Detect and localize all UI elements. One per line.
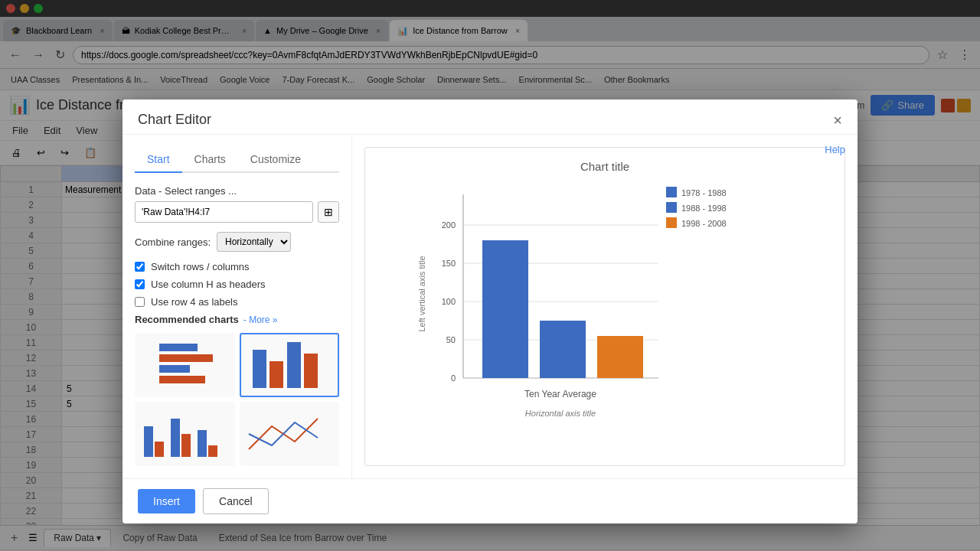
svg-rect-3	[159, 376, 205, 383]
bar-1988	[540, 321, 586, 378]
legend-color-1988	[666, 202, 677, 213]
legend-color-1998	[666, 217, 677, 228]
chart-thumb-vertical-bar[interactable]	[240, 333, 340, 397]
recommended-header: Recommended charts - More »	[135, 314, 339, 325]
y-tick-50: 50	[446, 335, 456, 344]
chart-thumb-line[interactable]	[240, 402, 340, 466]
cancel-button[interactable]: Cancel	[203, 488, 269, 514]
line-preview	[241, 403, 333, 465]
y-tick-150: 150	[442, 259, 456, 268]
bar-1978	[482, 240, 528, 378]
combine-select[interactable]: Horizontally Vertically	[217, 232, 291, 252]
editor-tab-start[interactable]: Start	[135, 147, 182, 173]
dialog-close-button[interactable]: ×	[833, 112, 842, 128]
y-tick-0: 0	[451, 373, 456, 383]
checkbox-header-row: Use column H as headers	[135, 279, 339, 290]
combine-label: Combine ranges:	[135, 236, 211, 248]
more-link[interactable]: - More »	[243, 315, 278, 325]
use-column-header-label[interactable]: Use column H as headers	[151, 279, 266, 290]
svg-rect-4	[253, 350, 266, 388]
use-row-labels-label[interactable]: Use row 4 as labels	[151, 296, 237, 308]
svg-rect-1	[159, 354, 213, 362]
svg-rect-0	[159, 344, 198, 351]
grouped-bar-preview	[136, 403, 228, 465]
switch-rows-label[interactable]: Switch rows / columns	[151, 261, 250, 272]
legend-label-1998: 1998 - 2008	[681, 219, 727, 228]
svg-rect-7	[304, 354, 318, 388]
checkbox-switch-row: Switch rows / columns	[135, 261, 339, 272]
editor-tab-charts[interactable]: Charts	[182, 147, 238, 173]
svg-rect-13	[208, 445, 217, 457]
chart-thumb-grouped-bar[interactable]	[135, 402, 235, 466]
svg-rect-6	[287, 342, 301, 388]
dialog-footer: Insert Cancel	[122, 478, 858, 523]
legend-label-1978: 1978 - 1988	[681, 188, 727, 197]
legend-color-1978	[666, 187, 677, 197]
recommended-label: Recommended charts	[135, 314, 239, 325]
dialog-header: Chart Editor ×	[122, 99, 858, 135]
switch-rows-checkbox[interactable]	[135, 262, 145, 272]
chart-preview-area: Chart title 1978 - 1988 1988 - 1998 1998…	[364, 147, 845, 466]
svg-rect-12	[198, 430, 207, 457]
chart-editor-dialog: Chart Editor × Start Charts Customize Da…	[122, 99, 858, 523]
right-panel: Help Chart title 1978 - 1988 1988 - 1998…	[352, 135, 858, 478]
chart-svg: 1978 - 1988 1988 - 1998 1998 - 2008 0 50…	[377, 179, 832, 424]
range-input[interactable]	[135, 201, 313, 223]
svg-rect-9	[155, 442, 164, 457]
chart-title: Chart title	[580, 160, 629, 173]
use-row-labels-checkbox[interactable]	[135, 297, 145, 307]
chart-thumb-horizontal-bar[interactable]	[135, 333, 235, 397]
horizontal-bar-preview	[136, 334, 228, 396]
dialog-title: Chart Editor	[138, 112, 211, 128]
svg-rect-2	[159, 365, 190, 373]
y-axis-title: Left vertical axis title	[417, 256, 426, 331]
use-column-header-checkbox[interactable]	[135, 279, 145, 289]
svg-rect-11	[181, 434, 191, 457]
help-link[interactable]: Help	[825, 144, 845, 155]
editor-tab-row: Start Charts Customize	[135, 147, 339, 173]
bar-1998	[597, 336, 643, 378]
y-tick-200: 200	[442, 220, 456, 230]
range-row: ⊞	[135, 201, 339, 223]
svg-rect-5	[270, 361, 283, 388]
editor-tab-customize[interactable]: Customize	[238, 147, 313, 173]
dialog-body: Start Charts Customize Data - Select ran…	[122, 135, 858, 478]
legend-label-1988: 1988 - 1998	[681, 204, 727, 213]
y-tick-100: 100	[442, 297, 456, 306]
checkbox-labels-row: Use row 4 as labels	[135, 296, 339, 308]
combine-row: Combine ranges: Horizontally Vertically	[135, 232, 339, 252]
vertical-bar-preview	[241, 334, 333, 396]
svg-rect-8	[144, 426, 153, 457]
range-grid-button[interactable]: ⊞	[318, 201, 339, 223]
left-panel: Start Charts Customize Data - Select ran…	[122, 135, 352, 478]
data-label: Data - Select ranges ...	[135, 185, 339, 197]
insert-button[interactable]: Insert	[138, 489, 195, 514]
x-axis-label: Ten Year Average	[524, 389, 596, 399]
svg-rect-10	[171, 419, 180, 457]
chart-thumbnails	[135, 333, 339, 466]
h-axis-title: Horizontal axis title	[525, 409, 596, 418]
